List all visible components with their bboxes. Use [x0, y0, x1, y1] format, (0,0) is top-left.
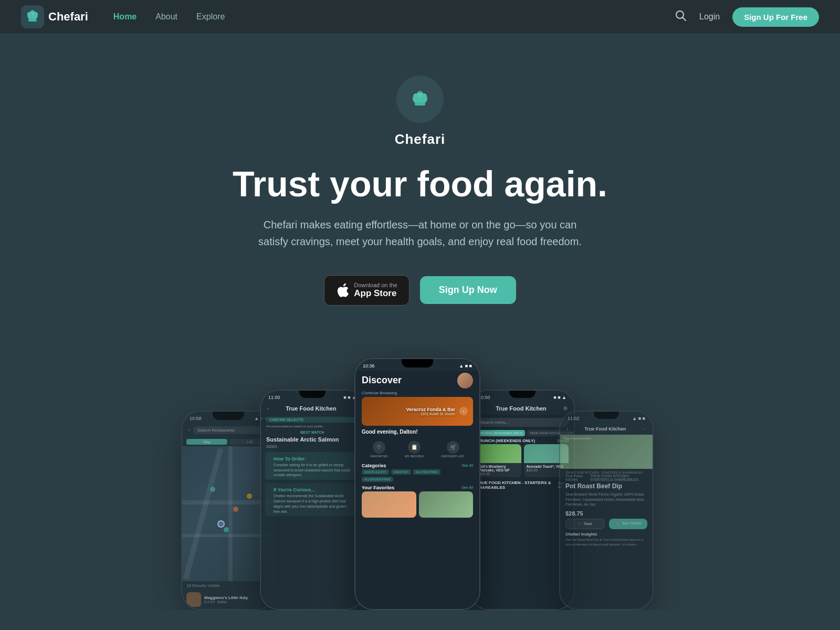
phone-5-wrapper: 11:02 ▲ ■ ■ ‹ True Food Kitchen ··· True…: [564, 411, 638, 610]
phone2-badge: CHEFARI SELECTS: [266, 417, 359, 423]
hero-headline: Trust your food again.: [233, 164, 607, 204]
phone5-price: $28.75: [560, 508, 653, 519]
phone2-item-name: Sustainable Arctic Salmon: [261, 435, 364, 445]
phone3-fav-2: [419, 491, 474, 518]
nav-link-home[interactable]: Home: [113, 12, 136, 22]
hero-subtext: Chefari makes eating effortless—at home …: [257, 216, 583, 250]
phones-section: 10:58 ▲ ■ ■ ‹ Search Restaurants ⟳ Map L…: [0, 337, 840, 610]
search-icon[interactable]: [675, 10, 687, 24]
phone-4-wrapper: 10:50 ■ ■ ▲ ‹ True Food Kitchen ⚙ Search…: [480, 390, 564, 610]
phone5-ask-button[interactable]: 🤖 Ask Chefari: [609, 519, 647, 529]
navbar: Chefari Home About Explore Login Sign Up…: [0, 0, 840, 34]
phone3-recipes-icon[interactable]: 📋 MY RECIPES: [405, 441, 424, 458]
svg-line-7: [683, 18, 686, 21]
nav-right: Login Sign Up For Free: [675, 7, 819, 27]
phone3-tags: QUICK & EASY HEALTHY GLUTEN FREE ALLERGE…: [355, 469, 479, 482]
phone3-hero-image: Veracruz Fonda & Bar 1901 Aviah St. Aust…: [362, 397, 473, 426]
phone3-see-all[interactable]: See All: [461, 464, 473, 467]
phone5-insights-title: Chefari Insights: [560, 529, 653, 538]
phone4-items: Kid's Blueberry Pancake, VEG GF $10.40 A…: [471, 444, 574, 477]
hero-signup-button[interactable]: Sign Up Now: [420, 276, 516, 304]
phone2-time: 11:00: [268, 395, 280, 400]
phone1-search[interactable]: Search Restaurants: [193, 426, 261, 434]
nav-links: Home About Explore: [113, 12, 675, 22]
phone3-favorites-icon[interactable]: ♡ FAVORITES: [370, 441, 387, 458]
phone5-source: TRUE FOOD KITCHEN · STARTERS & SHAREABLE…: [560, 469, 653, 474]
phone5-item-image: True Food Kitchen: [560, 435, 653, 469]
hero-buttons: Download on the App Store Sign Up Now: [324, 275, 516, 306]
app-store-button[interactable]: Download on the App Store: [324, 275, 410, 306]
hero-logo-icon: [406, 85, 434, 113]
svg-point-11: [413, 93, 418, 99]
phone-3: 10:36 ▲ ■ ■ Discover Continue Browsing V…: [354, 358, 480, 610]
phone3-grocery-icon[interactable]: 🛒 GROCERY LIST: [441, 441, 464, 458]
app-store-large-text: App Store: [354, 288, 396, 299]
hero-brand-name: Chefari: [395, 131, 446, 148]
nav-link-explore[interactable]: Explore: [196, 12, 225, 22]
app-store-small-text: Download on the: [354, 282, 397, 288]
phone5-insights-text: The Pot Roast Beef Dip at True Food Kitc…: [560, 538, 653, 547]
hero-logo-wrapper: [396, 76, 444, 123]
nav-link-about[interactable]: About: [155, 12, 177, 22]
map-pin-4: [247, 494, 252, 499]
phone4-section-title: BRUNCH (WEEKENDS ONLY): [476, 438, 535, 443]
phone-3-wrapper: 10:36 ▲ ■ ■ Discover Continue Browsing V…: [354, 358, 480, 610]
phone-5: 11:02 ▲ ■ ■ ‹ True Food Kitchen ··· True…: [559, 411, 654, 610]
phone3-fav-1: [362, 491, 416, 518]
map-pin-2: [233, 507, 238, 512]
phone-2-wrapper: 11:00 ■ ■ ▲ ‹ True Food Kitchen ✕ CHEFAR…: [270, 390, 354, 610]
phone3-discover-title: Discover: [362, 373, 402, 388]
map-pin-1: [210, 487, 215, 492]
phone3-greeting: Good evening, Dalton!: [355, 426, 479, 438]
svg-point-5: [34, 12, 38, 16]
phone5-item-name: Pot Roast Beef Dip: [560, 481, 653, 491]
svg-point-4: [27, 12, 32, 16]
logo[interactable]: Chefari: [21, 5, 88, 28]
phone4-tab-1[interactable]: BRUNCH (WEEKENDS ONLY): [476, 430, 525, 436]
map-location-dot: [217, 520, 225, 528]
phone5-time: 11:02: [568, 416, 580, 421]
phone5-description: Slow Braised Verde Farms Organic 100% Gr…: [560, 491, 653, 508]
phone3-avatar: [457, 373, 473, 388]
svg-rect-9: [415, 102, 425, 106]
phone5-save-button[interactable]: ♡ Save: [565, 519, 605, 529]
phone4-tabs: BRUNCH (WEEKENDS ONLY) TRUE FOOD KITCHEN…: [471, 430, 574, 436]
svg-point-12: [422, 93, 427, 99]
svg-rect-2: [28, 19, 37, 22]
hero-section: Chefari Trust your food again. Chefari m…: [0, 34, 840, 337]
login-link[interactable]: Login: [699, 12, 720, 22]
phone1-time: 10:58: [190, 416, 202, 421]
logo-text: Chefari: [48, 10, 88, 24]
phone3-time: 10:36: [363, 363, 375, 369]
phone3-chevron-icon: ›: [459, 407, 468, 415]
phone3-favorites-label: Your Favorites: [362, 485, 394, 490]
phone3-categories-label: Categories: [362, 463, 386, 468]
phone-2: 11:00 ■ ■ ▲ ‹ True Food Kitchen ✕ CHEFAR…: [260, 390, 365, 610]
nav-signup-button[interactable]: Sign Up For Free: [732, 7, 819, 27]
logo-icon: [21, 5, 44, 28]
phone1-map-tab[interactable]: Map: [186, 439, 227, 445]
phone2-best-match: BEST MATCH: [261, 429, 364, 435]
phone4-search[interactable]: Search menu...: [476, 418, 569, 427]
phone4-item-1[interactable]: Kid's Blueberry Pancake, VEG GF $10.40: [476, 444, 521, 477]
apple-icon: [336, 283, 349, 298]
